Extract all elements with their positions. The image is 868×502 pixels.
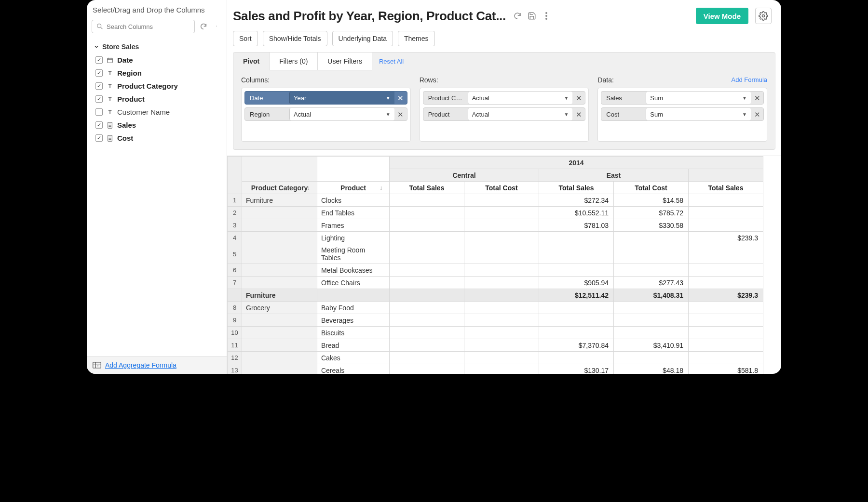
tree-group-store-sales[interactable]: Store Sales <box>92 40 223 53</box>
pill-option-select[interactable]: Actual▼ <box>468 92 573 104</box>
pill-option-select[interactable]: Actual▼ <box>468 108 573 120</box>
chevron-down-icon: ▼ <box>386 112 391 117</box>
value-cell <box>614 264 689 277</box>
tree-item-customer-name[interactable]: T Customer Name <box>92 106 223 119</box>
row-number: 9 <box>228 314 242 327</box>
pill-field: Cost <box>601 111 646 118</box>
value-cell <box>464 244 539 264</box>
tree-item-region[interactable]: T Region <box>92 66 223 79</box>
checkbox[interactable] <box>95 95 103 103</box>
tree-item-product-category[interactable]: T Product Category <box>92 79 223 92</box>
tab-pivot[interactable]: Pivot <box>233 53 270 70</box>
save-icon[interactable] <box>527 11 537 21</box>
value-cell <box>390 277 464 289</box>
value-cell: $581.8 <box>689 364 763 374</box>
pill-cost[interactable]: Cost Sum▼ ✕ <box>601 107 764 121</box>
value-cell <box>464 327 539 339</box>
subtotal-row: Furniture$12,511.42$1,408.31$239.3 <box>228 289 763 302</box>
search-input-wrap[interactable] <box>92 20 195 33</box>
pill-sales[interactable]: Sales Sum▼ ✕ <box>601 91 764 105</box>
add-formula-link[interactable]: Add Formula <box>732 76 767 84</box>
view-mode-button[interactable]: View Mode <box>696 8 748 24</box>
checkbox[interactable] <box>95 108 103 116</box>
remove-pill-icon[interactable]: ✕ <box>572 94 585 102</box>
row-number: 6 <box>228 264 242 277</box>
show-hide-totals-button[interactable]: Show/Hide Totals <box>263 31 327 46</box>
sort-icon[interactable]: ↓ <box>380 185 382 191</box>
settings-button[interactable] <box>755 8 772 24</box>
pill-option-select[interactable]: Sum▼ <box>646 108 751 120</box>
tree-item-label: Product Category <box>117 82 178 90</box>
svg-point-3 <box>216 26 217 26</box>
formula-icon: + <box>93 362 101 369</box>
metric-header: Total Sales <box>539 182 614 194</box>
pill-product[interactable]: Product Actual▼ ✕ <box>423 107 586 121</box>
remove-pill-icon[interactable]: ✕ <box>572 111 585 118</box>
tree-item-label: Cost <box>117 134 133 142</box>
more-icon[interactable] <box>212 22 222 31</box>
refresh-icon[interactable] <box>199 22 208 31</box>
refresh-report-icon[interactable] <box>513 11 522 21</box>
pill-product-cate-[interactable]: Product Cate... Actual▼ ✕ <box>423 91 586 105</box>
search-input[interactable] <box>107 23 190 30</box>
checkbox[interactable] <box>95 82 103 90</box>
pill-date[interactable]: Date Year▼ ✕ <box>244 91 407 105</box>
product-category-header[interactable]: Product Category <box>251 184 308 192</box>
checkbox[interactable] <box>95 121 103 129</box>
value-cell <box>539 264 614 277</box>
tab-filters[interactable]: Filters (0) <box>270 53 318 70</box>
value-cell: $272.34 <box>539 194 614 207</box>
checkbox[interactable] <box>95 134 103 142</box>
sort-button[interactable]: Sort <box>233 31 258 46</box>
columns-well[interactable]: Date Year▼ ✕Region Actual▼ ✕ <box>241 88 411 142</box>
tree-item-sales[interactable]: Sales <box>92 119 223 132</box>
value-cell <box>539 232 614 244</box>
remove-pill-icon[interactable]: ✕ <box>751 111 763 118</box>
value-cell: $781.03 <box>539 219 614 232</box>
value-cell: $10,552.11 <box>539 207 614 219</box>
table-row: 8GroceryBaby Food <box>228 302 763 314</box>
value-cell <box>689 207 763 219</box>
value-cell <box>614 327 689 339</box>
product-header[interactable]: Product <box>340 184 366 192</box>
row-number: 10 <box>228 327 242 339</box>
tree-item-date[interactable]: Date <box>92 53 223 66</box>
pivot-grid[interactable]: 2014CentralEastProduct Category↓Product↓… <box>227 156 781 374</box>
pill-option-select[interactable]: Sum▼ <box>646 92 751 104</box>
checkbox[interactable] <box>95 69 103 77</box>
rows-well[interactable]: Product Cate... Actual▼ ✕Product Actual▼… <box>420 88 589 142</box>
rows-label: Rows: <box>420 76 438 84</box>
value-cell <box>614 314 689 327</box>
pill-option-select[interactable]: Year▼ <box>289 92 394 104</box>
chevron-down-icon: ▼ <box>386 95 391 101</box>
remove-pill-icon[interactable]: ✕ <box>394 111 407 118</box>
pill-region[interactable]: Region Actual▼ ✕ <box>244 107 407 121</box>
tab-user-filters[interactable]: User Filters <box>318 53 372 70</box>
underlying-data-button[interactable]: Underlying Data <box>332 31 393 46</box>
pill-option-select[interactable]: Actual▼ <box>289 108 394 120</box>
add-aggregate-formula-link[interactable]: Add Aggregate Formula <box>105 361 176 369</box>
product-cell: Biscuits <box>317 327 390 339</box>
remove-pill-icon[interactable]: ✕ <box>394 94 407 102</box>
more-actions-icon[interactable] <box>542 11 551 21</box>
row-number: 1 <box>228 194 242 207</box>
value-cell <box>464 194 539 207</box>
remove-pill-icon[interactable]: ✕ <box>751 94 763 102</box>
value-cell <box>689 339 763 352</box>
checkbox[interactable] <box>95 56 103 64</box>
category-cell <box>242 232 317 244</box>
columns-label: Columns: <box>241 76 270 84</box>
product-cell: Bread <box>317 339 390 352</box>
category-cell <box>242 264 317 277</box>
tree-item-product[interactable]: T Product <box>92 92 223 106</box>
svg-point-0 <box>97 24 101 28</box>
value-cell <box>689 219 763 232</box>
tree-item-cost[interactable]: Cost <box>92 132 223 145</box>
sort-icon[interactable]: ↓ <box>307 185 310 191</box>
reset-all-link[interactable]: Reset All <box>372 58 410 65</box>
svg-text:+: + <box>97 364 99 368</box>
tree-group-label: Store Sales <box>102 43 139 51</box>
themes-button[interactable]: Themes <box>398 31 435 46</box>
text-type-icon: T <box>107 109 113 115</box>
data-well[interactable]: Sales Sum▼ ✕Cost Sum▼ ✕ <box>597 88 767 142</box>
